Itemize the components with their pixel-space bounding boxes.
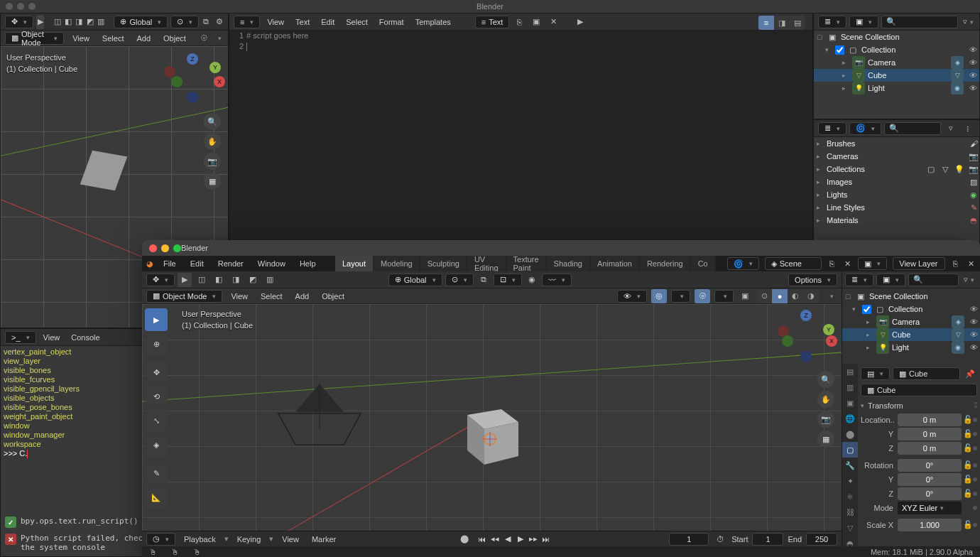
menu-text[interactable]: Text [291, 18, 314, 26]
outliner-search[interactable]: 🔍 [908, 274, 959, 286]
visibility-icon[interactable]: 👁 [967, 71, 979, 80]
filter-icon[interactable]: ▿ [944, 121, 958, 136]
display-mode-2[interactable]: ◨ [774, 16, 790, 30]
tool-scale[interactable]: ⤡ [145, 409, 168, 432]
cube-object[interactable] [447, 389, 533, 475]
menu-templates[interactable]: Templates [411, 18, 455, 26]
editor-type-select[interactable]: ≣ [818, 16, 846, 28]
autokey-icon[interactable]: ⬤ [457, 532, 472, 546]
gizmo-toggle[interactable]: ◎ [651, 289, 667, 303]
unlink-viewlayer-icon[interactable]: ✕ [966, 256, 976, 271]
snap-1-icon[interactable]: ◫ [53, 15, 61, 29]
frame-end[interactable]: 250 [806, 533, 837, 546]
menu-playback[interactable]: Playback [180, 535, 220, 544]
browse-viewlayer[interactable]: ▣ [858, 257, 887, 270]
play-reverse-icon[interactable]: ◀ [501, 533, 514, 546]
snap-mode[interactable]: ⊡ [494, 274, 522, 286]
filter-icon[interactable]: ▿ [961, 15, 975, 29]
menu-view[interactable]: View [263, 18, 288, 26]
outliner-item-camera[interactable]: ▸📷Camera◈👁 [842, 315, 980, 328]
outliner-root[interactable]: ▢▣ Scene Collection [814, 31, 979, 43]
menu-format[interactable]: Format [375, 18, 408, 26]
collection-toggle[interactable] [835, 45, 844, 55]
viewport-3d[interactable]: Z Y X 🔍 ✋ 📷 ▦ [142, 304, 842, 531]
menu-marker[interactable]: Marker [307, 535, 340, 544]
s5-icon[interactable]: ▥ [263, 273, 277, 287]
pin-icon[interactable]: 📌 [963, 367, 977, 381]
cursor-tool-icon[interactable]: ▶ [36, 15, 44, 29]
ptab-render[interactable]: ▤ [842, 364, 858, 379]
outliner-item-light[interactable]: ▸💡Light◉👁 [842, 341, 980, 354]
ptab-physics[interactable]: ⚛ [842, 489, 858, 504]
display-mode[interactable]: ▣ [849, 16, 878, 28]
menu-view[interactable]: View [227, 292, 252, 301]
new-text-icon[interactable]: ⎘ [512, 15, 526, 29]
nav-gizmo[interactable]: Z Y X [164, 53, 221, 110]
clock-icon[interactable]: ⏱ [713, 532, 727, 546]
visibility-icon[interactable]: 👁 [967, 84, 979, 92]
code-area[interactable]: # script goes here [246, 31, 308, 52]
tool-move[interactable]: ✥ [145, 361, 168, 384]
panel-transform[interactable]: Transform [868, 401, 974, 410]
pan-icon[interactable]: ✋ [204, 133, 221, 150]
shading-rendered[interactable]: ◑ [803, 289, 819, 303]
display-mode[interactable]: ▣ [876, 274, 905, 286]
menu-window[interactable]: Window [254, 259, 290, 268]
overlay-menu[interactable] [714, 290, 734, 303]
zoom-icon[interactable]: 🔍 [204, 113, 221, 130]
snap-icon[interactable]: ⧉ [477, 273, 491, 287]
unlink-text-icon[interactable]: ✕ [546, 15, 560, 29]
ptab-particles[interactable]: ✦ [842, 473, 858, 489]
editor-type-select[interactable]: ✥ [146, 274, 175, 286]
outliner-item-cube[interactable]: ▸▽Cube▽👁 [842, 328, 980, 341]
play-icon[interactable]: ▶ [514, 533, 527, 546]
nav-gizmo[interactable]: Z Y X [778, 310, 834, 367]
visibility-select[interactable]: 👁 [617, 290, 647, 303]
outliner-item-cube[interactable]: ▸▽ Cube ▽ 👁 [814, 69, 979, 82]
browse-scene[interactable]: 🌀 [727, 257, 759, 270]
camera-view-icon[interactable]: 📷 [204, 153, 221, 170]
snap-2-icon[interactable]: ◧ [64, 15, 72, 29]
loc-y[interactable]: 0 m [898, 428, 962, 440]
snap-toggle-icon[interactable]: ⧉ [202, 15, 209, 29]
display-mode-blend[interactable]: 🌀 [849, 122, 881, 135]
ptab-viewlayer[interactable]: ▣ [842, 395, 858, 411]
gizmo-menu[interactable] [671, 290, 690, 303]
persp-toggle-icon[interactable]: ▦ [204, 173, 221, 190]
props-crumb[interactable]: ▩ Cube [893, 367, 960, 380]
tool-transform[interactable]: ◈ [145, 433, 168, 456]
scale-x[interactable]: 1.000 [898, 519, 962, 531]
menu-add[interactable]: Add [291, 292, 314, 301]
rot-z[interactable]: 0° [898, 487, 962, 500]
s3-icon[interactable]: ◨ [229, 273, 243, 287]
text-datablock[interactable]: ≡ Text [475, 16, 510, 28]
camera-object[interactable] [270, 375, 369, 453]
outliner-collection[interactable]: ▾ ▢ Collection 👁 [814, 43, 979, 56]
new-scene-icon[interactable]: ⎘ [827, 256, 837, 271]
wstab-texpaint[interactable]: Texture Paint [506, 256, 547, 271]
ptab-data[interactable]: ▽ [842, 520, 858, 536]
orientation-select[interactable]: ⊕Global [114, 16, 168, 28]
tool-annotate[interactable]: ✎ [145, 462, 168, 485]
outliner-item-light[interactable]: ▸💡 Light ◉ 👁 [814, 82, 979, 94]
tool-select-box[interactable]: ▶ [145, 308, 168, 331]
editor-type-select[interactable]: ▤ [861, 367, 890, 380]
filter2-icon[interactable]: ⫶ [961, 121, 975, 136]
shading-preview[interactable]: ◐ [788, 289, 803, 303]
display-mode-3[interactable]: ▤ [790, 16, 805, 30]
orientation-select[interactable]: ⊕Global [388, 274, 442, 286]
data-linestyles[interactable]: ▸Line Styles✎ [814, 201, 979, 214]
new-viewlayer-icon[interactable]: ⎘ [951, 256, 961, 271]
lock-icon[interactable]: 🔓 [963, 415, 971, 424]
rotation-mode[interactable]: XYZ Euler [898, 502, 962, 514]
options-dropdown[interactable]: Options [788, 274, 837, 286]
data-collections[interactable]: ▸Collections▢▽💡📷 [814, 163, 979, 175]
pivot-select[interactable]: ⊙ [445, 274, 474, 286]
wstab-rendering[interactable]: Rendering [640, 256, 691, 271]
editor-type-select[interactable]: ✥ [5, 16, 33, 28]
data-images[interactable]: ▸Images▨ [814, 175, 979, 188]
tool-measure[interactable]: 📐 [145, 486, 168, 509]
props-object-name[interactable]: ▩ Cube [861, 384, 977, 396]
tool-cursor[interactable]: ⊕ [145, 332, 168, 355]
prop-edit-icon[interactable]: ◉ [525, 273, 539, 287]
